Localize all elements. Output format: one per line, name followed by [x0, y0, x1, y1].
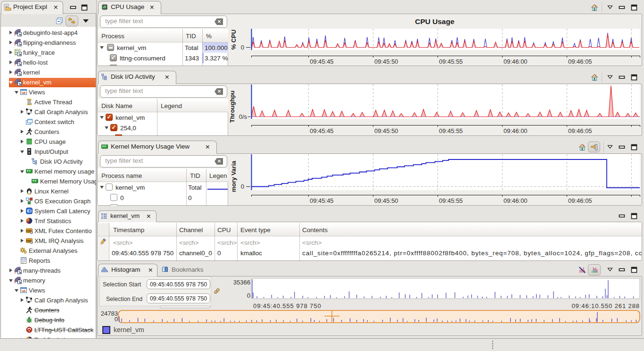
svg-text:09:45:45: 09:45:45 [310, 58, 334, 65]
svg-text:09:46:05: 09:46:05 [568, 58, 592, 65]
svg-text:09:46:00: 09:46:00 [504, 58, 528, 65]
svg-text:% CPU: % CPU [230, 30, 237, 50]
svg-text:09:45:55: 09:45:55 [439, 127, 463, 134]
svg-text:35366: 35366 [233, 279, 250, 286]
svg-text:0: 0 [241, 183, 244, 190]
svg-text:09:45:40.555 978 750: 09:45:40.555 978 750 [253, 302, 322, 309]
svg-text:09:45:50: 09:45:50 [374, 127, 398, 134]
svg-text:09:46:10.550 261 288: 09:46:10.550 261 288 [571, 302, 640, 309]
svg-text:09:45:55: 09:45:55 [439, 197, 463, 204]
svg-text:09:45:45: 09:45:45 [310, 197, 334, 204]
svg-text:09:45:55: 09:45:55 [439, 58, 463, 65]
svg-text:0: 0 [241, 44, 244, 51]
svg-text:09:45:50: 09:45:50 [374, 197, 398, 204]
svg-text:09:46:05: 09:46:05 [568, 197, 592, 204]
svg-text:kernel_vm: kernel_vm [114, 326, 144, 334]
svg-text:09:45:50: 09:45:50 [374, 58, 398, 65]
svg-text:0: 0 [115, 316, 118, 323]
svg-text:0: 0 [247, 292, 250, 299]
svg-text:09:46:05: 09:46:05 [568, 127, 592, 134]
svg-text:CPU Usage: CPU Usage [415, 17, 454, 25]
svg-text:09:45:45: 09:45:45 [310, 127, 334, 134]
svg-text:mory Varia: mory Varia [230, 160, 237, 192]
svg-text:09:46:00: 09:46:00 [504, 197, 528, 204]
svg-text:0/s: 0/s [239, 113, 248, 120]
svg-text:09:46:00: 09:46:00 [504, 127, 528, 134]
svg-text:Throughpu: Throughpu [229, 91, 236, 123]
